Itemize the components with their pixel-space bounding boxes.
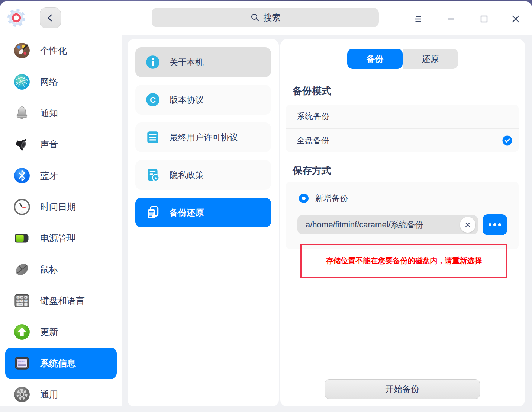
menu-item-label: 版本协议 [170,94,204,106]
window-menu-button[interactable] [410,10,427,28]
maximize-icon [478,13,490,25]
start-backup-button[interactable]: 开始备份 [325,379,480,399]
bell-icon [13,105,30,122]
new-backup-radio-row[interactable]: 新增备份 [299,193,348,204]
mouse-icon [13,261,30,278]
minimize-button[interactable] [442,10,460,28]
browse-path-button[interactable] [483,214,507,235]
sidebar-item-general[interactable]: 通用 [0,379,122,410]
svg-text:E: E [25,296,27,298]
sidebar-item-label: 电源管理 [40,232,76,244]
sidebar: 个性化 网络 通知 [0,35,122,406]
svg-text:★: ★ [154,176,157,180]
sidebar-item-label: 网络 [40,76,58,88]
svg-text:deepin: deepin [18,360,25,362]
sidebar-item-label: 系统信息 [40,357,76,369]
sidebar-item-mouse[interactable]: 鼠标 [0,254,122,285]
option-label: 系统备份 [297,111,329,122]
sidebar-item-label: 键盘和语言 [40,295,85,307]
control-center-logo-icon [6,7,27,28]
sidebar-item-label: 鼠标 [40,264,58,275]
menu-item-about-machine[interactable]: 关于本机 [135,47,271,77]
sidebar-item-notifications[interactable]: 通知 [0,98,122,129]
settings-window: 搜索 [0,1,532,412]
sidebar-item-label: 个性化 [40,45,67,57]
bluetooth-icon [13,167,30,184]
menu-item-backup-restore[interactable]: 备份还原 [135,198,271,227]
ellipsis-icon [489,223,491,226]
backup-restore-tabs: 备份 还原 [347,49,458,69]
svg-text:S: S [21,300,23,302]
close-icon [510,13,522,25]
save-method-card: 新增备份 a/home/fitminf/caramel/系统备份 [286,182,519,249]
svg-text:→: → [25,303,27,306]
palette-icon [13,42,30,59]
menu-item-label: 关于本机 [170,57,204,68]
info-icon [145,54,161,70]
sidebar-item-bluetooth[interactable]: 蓝牙 [0,160,122,191]
menu-item-privacy-policy[interactable]: ★ 隐私政策 [135,160,271,190]
backup-mode-title: 备份模式 [293,84,331,98]
sidebar-item-datetime[interactable]: 时间日期 [0,191,122,223]
sidebar-item-label: 通用 [40,389,58,400]
error-highlight-box: 存储位置不能在您要备份的磁盘内，请重新选择 [300,244,507,278]
new-backup-label: 新增备份 [315,193,348,204]
sidebar-item-system-info[interactable]: deepin 系统信息 [5,348,117,379]
titlebar: 搜索 [0,1,532,35]
svg-text:W: W [21,296,23,298]
sidebar-item-sound[interactable]: 声音 [0,129,122,160]
network-globe-icon [13,73,30,90]
search-icon [250,13,260,22]
backup-restore-panel: 备份 还原 备份模式 系统备份 全盘备份 保存方式 新增备份 [280,39,525,406]
sidebar-item-keyboard-language[interactable]: QWE ASD Shift→ 键盘和语言 [0,285,122,316]
minimize-icon [445,13,457,25]
tab-backup[interactable]: 备份 [347,49,403,69]
menu-item-label: 隐私政策 [170,169,204,181]
close-button[interactable] [507,10,524,28]
sidebar-item-personalization[interactable]: 个性化 [0,35,122,66]
check-icon [502,135,512,146]
clock-icon [13,198,30,215]
privacy-star-doc-icon: ★ [145,167,161,183]
radio-selected-icon[interactable] [299,194,309,203]
backup-mode-group: 系统备份 全盘备份 [286,105,519,152]
tab-restore[interactable]: 还原 [403,49,458,69]
sidebar-item-label: 声音 [40,138,58,150]
start-backup-label: 开始备份 [385,383,419,395]
clear-path-button[interactable] [460,217,475,233]
save-method-title: 保存方式 [293,164,331,177]
hamburger-menu-icon [412,13,424,25]
sidebar-item-update[interactable]: 更新 [0,316,122,348]
menu-item-eula[interactable]: 最终用户许可协议 [135,122,271,152]
svg-text:Shift: Shift [18,303,22,306]
menu-item-version-agreement[interactable]: C 版本协议 [135,85,271,115]
backup-path-value: a/home/fitminf/caramel/系统备份 [306,219,423,230]
error-message: 存储位置不能在您要备份的磁盘内，请重新选择 [326,256,482,266]
backup-path-input[interactable]: a/home/fitminf/caramel/系统备份 [297,215,478,234]
clear-x-icon [464,221,471,228]
option-system-backup[interactable]: 系统备份 [286,105,519,128]
maximize-button[interactable] [475,10,493,28]
search-placeholder: 搜索 [264,12,281,23]
document-icon [145,130,161,145]
search-input[interactable]: 搜索 [152,8,379,27]
svg-text:D: D [25,300,26,302]
tab-label: 备份 [367,53,384,65]
svg-text:A: A [17,300,19,302]
sidebar-item-power[interactable]: 电源管理 [0,223,122,254]
sidebar-item-label: 时间日期 [40,201,76,213]
tab-label: 还原 [422,53,439,65]
backup-docs-icon [145,205,161,220]
menu-item-label: 备份还原 [170,207,204,218]
menu-item-label: 最终用户许可协议 [170,132,238,143]
sidebar-item-network[interactable]: 网络 [0,66,122,98]
deepin-chip-icon: deepin [13,355,30,372]
back-button[interactable] [40,7,61,28]
option-full-disk-backup[interactable]: 全盘备份 [286,128,519,152]
speaker-icon [13,136,30,153]
back-chevron-icon [44,12,57,24]
svg-text:Q: Q [17,296,19,298]
sidebar-item-label: 通知 [40,107,58,119]
copyright-icon: C [145,92,161,108]
keyboard-icon: QWE ASD Shift→ [13,292,30,309]
